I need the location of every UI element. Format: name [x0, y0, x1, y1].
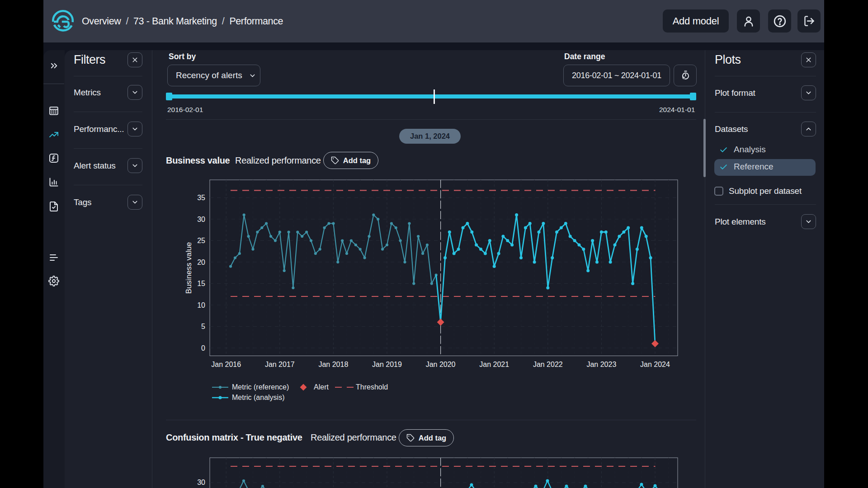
- svg-text:Threshold: Threshold: [356, 383, 388, 391]
- svg-text:Jan 2019: Jan 2019: [372, 361, 402, 368]
- svg-text:10: 10: [197, 301, 205, 309]
- svg-text:35: 35: [197, 194, 205, 202]
- svg-text:Jan 2021: Jan 2021: [479, 361, 509, 368]
- svg-text:Jan 2024: Jan 2024: [640, 361, 670, 368]
- svg-text:Jan 2018: Jan 2018: [318, 361, 348, 368]
- svg-text:Metric (reference): Metric (reference): [232, 383, 289, 391]
- svg-text:25: 25: [197, 237, 205, 244]
- svg-text:20: 20: [197, 258, 205, 266]
- svg-text:Jan 2020: Jan 2020: [426, 361, 456, 368]
- svg-text:0: 0: [201, 344, 205, 352]
- svg-text:30: 30: [197, 479, 205, 486]
- svg-text:5: 5: [201, 323, 205, 330]
- svg-text:Jan 2016: Jan 2016: [211, 361, 241, 368]
- svg-text:Metric (analysis): Metric (analysis): [232, 394, 284, 401]
- svg-text:Jan 2023: Jan 2023: [586, 361, 616, 368]
- svg-text:30: 30: [197, 216, 205, 223]
- svg-text:Alert: Alert: [314, 383, 329, 391]
- svg-text:Business value: Business value: [184, 242, 193, 294]
- svg-text:15: 15: [197, 280, 205, 287]
- svg-text:Jan 2017: Jan 2017: [265, 361, 295, 368]
- svg-text:Jan 2022: Jan 2022: [533, 361, 563, 368]
